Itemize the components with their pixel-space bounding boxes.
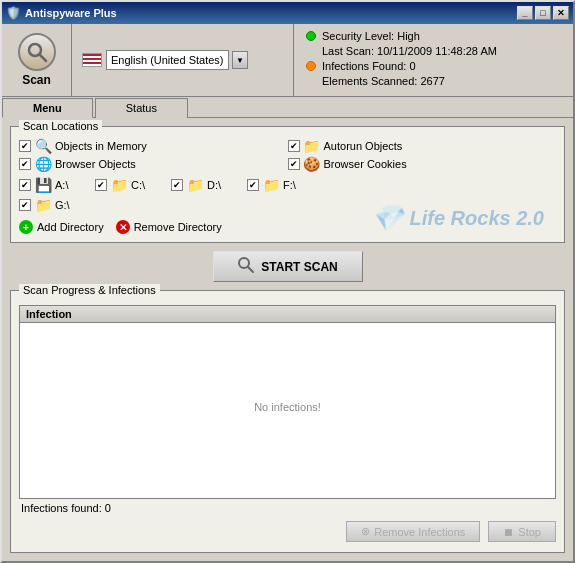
flag-icon bbox=[82, 53, 102, 67]
stop-button[interactable]: ⏹ Stop bbox=[488, 521, 556, 542]
elements-scanned-row: Elements Scanned: 2677 bbox=[306, 75, 561, 87]
remove-infections-label: Remove Infections bbox=[374, 526, 465, 538]
add-icon: + bbox=[19, 220, 33, 234]
remove-infections-icon: ⊗ bbox=[361, 525, 370, 538]
location-autorun: ✔ 📁 Autorun Objects bbox=[288, 137, 557, 155]
app-icon: 🛡️ bbox=[6, 6, 21, 20]
tab-menu[interactable]: Menu bbox=[2, 98, 93, 118]
tab-status[interactable]: Status bbox=[95, 98, 188, 118]
location-objects-memory: ✔ 🔍 Objects in Memory bbox=[19, 137, 288, 155]
start-scan-row: START SCAN bbox=[10, 251, 565, 282]
drives-col3: ✔ 📁 D:\ bbox=[171, 176, 231, 214]
cookies-icon: 🍪 bbox=[304, 156, 320, 172]
cb-drive-d[interactable]: ✔ bbox=[171, 179, 183, 191]
add-directory-button[interactable]: + Add Directory bbox=[19, 220, 104, 234]
select-arrow-icon: ▼ bbox=[232, 51, 248, 69]
infections-found-row: Infections Found: 0 bbox=[306, 60, 561, 72]
location-browser-cookies: ✔ 🍪 Browser Cookies bbox=[288, 155, 557, 173]
language-selector: English (United States) ▼ bbox=[82, 50, 283, 70]
drive-d-icon: 📁 bbox=[187, 177, 203, 193]
browser-icon: 🌐 bbox=[35, 156, 51, 172]
language-select[interactable]: English (United States) bbox=[106, 50, 229, 70]
last-scan-row: Last Scan: 10/11/2009 11:48:28 AM bbox=[306, 45, 561, 57]
elements-scanned-text: Elements Scanned: 2677 bbox=[322, 75, 445, 87]
scan-locations-col2: ✔ 📁 Autorun Objects ✔ 🍪 Browser Cookies bbox=[288, 137, 557, 173]
title-bar: 🛡️ Antispyware Plus _ □ ✕ bbox=[2, 2, 573, 24]
cb-autorun[interactable]: ✔ bbox=[288, 140, 300, 152]
security-level-dot bbox=[306, 31, 316, 41]
title-bar-buttons: _ □ ✕ bbox=[517, 6, 569, 20]
start-scan-button[interactable]: START SCAN bbox=[213, 251, 363, 282]
locations-grid: ✔ 🔍 Objects in Memory ✔ 🌐 Browser Object… bbox=[19, 137, 556, 173]
svg-line-3 bbox=[248, 267, 253, 272]
minimize-button[interactable]: _ bbox=[517, 6, 533, 20]
scan-locations-col1: ✔ 🔍 Objects in Memory ✔ 🌐 Browser Object… bbox=[19, 137, 288, 173]
infection-table-header: Infection bbox=[20, 306, 555, 323]
tab-bar: Menu Status bbox=[2, 97, 573, 118]
infection-table-body: No infections! bbox=[20, 323, 555, 491]
drives-section: ✔ 💾 A:\ ✔ 📁 G:\ ✔ 📁 C:\ bbox=[19, 176, 556, 214]
cb-drive-c[interactable]: ✔ bbox=[95, 179, 107, 191]
window-title: Antispyware Plus bbox=[25, 7, 117, 19]
location-browser-objects: ✔ 🌐 Browser Objects bbox=[19, 155, 288, 173]
drive-a-icon: 💾 bbox=[35, 177, 51, 193]
cb-cookies[interactable]: ✔ bbox=[288, 158, 300, 170]
main-content: Scan Locations ✔ 🔍 Objects in Memory ✔ 🌐… bbox=[2, 118, 573, 561]
memory-icon: 🔍 bbox=[35, 138, 51, 154]
status-panel: Security Level: High Last Scan: 10/11/20… bbox=[293, 24, 573, 96]
drives-col4: ✔ 📁 F:\ bbox=[247, 176, 307, 214]
svg-line-1 bbox=[40, 55, 46, 61]
main-window: 🛡️ Antispyware Plus _ □ ✕ Scan bbox=[0, 0, 575, 563]
drive-f: ✔ 📁 F:\ bbox=[247, 176, 307, 194]
remove-infections-button[interactable]: ⊗ Remove Infections bbox=[346, 521, 480, 542]
objects-memory-label: Objects in Memory bbox=[55, 140, 147, 152]
drive-d: ✔ 📁 D:\ bbox=[171, 176, 231, 194]
last-scan-text: Last Scan: 10/11/2009 11:48:28 AM bbox=[322, 45, 497, 57]
cb-browser-objects[interactable]: ✔ bbox=[19, 158, 31, 170]
scan-label: Scan bbox=[22, 73, 51, 87]
infection-table: Infection No infections! bbox=[19, 305, 556, 499]
autorun-label: Autorun Objects bbox=[324, 140, 403, 152]
drive-a: ✔ 💾 A:\ bbox=[19, 176, 79, 194]
drive-c-icon: 📁 bbox=[111, 177, 127, 193]
close-button[interactable]: ✕ bbox=[553, 6, 569, 20]
drive-c: ✔ 📁 C:\ bbox=[95, 176, 155, 194]
toolbar: Scan English (United States) ▼ Security … bbox=[2, 24, 573, 97]
scan-progress-group: Scan Progress & Infections Infection No … bbox=[10, 290, 565, 553]
toolbar-middle: English (United States) ▼ bbox=[72, 24, 293, 96]
scan-button[interactable]: Scan bbox=[2, 24, 72, 96]
autorun-icon: 📁 bbox=[304, 138, 320, 154]
scan-progress-label: Scan Progress & Infections bbox=[19, 284, 160, 296]
add-remove-row: + Add Directory ✕ Remove Directory bbox=[19, 220, 556, 234]
security-level-row: Security Level: High bbox=[306, 30, 561, 42]
scan-locations-label: Scan Locations bbox=[19, 120, 102, 132]
security-level-text: Security Level: High bbox=[322, 30, 420, 42]
browser-objects-label: Browser Objects bbox=[55, 158, 136, 170]
drive-g: ✔ 📁 G:\ bbox=[19, 196, 79, 214]
scan-icon bbox=[18, 33, 56, 71]
drive-f-icon: 📁 bbox=[263, 177, 279, 193]
infections-dot bbox=[306, 61, 316, 71]
cb-objects-memory[interactable]: ✔ bbox=[19, 140, 31, 152]
infections-found-count-row: Infections found: 0 bbox=[19, 499, 556, 517]
cb-drive-g[interactable]: ✔ bbox=[19, 199, 31, 211]
browser-cookies-label: Browser Cookies bbox=[324, 158, 407, 170]
remove-directory-button[interactable]: ✕ Remove Directory bbox=[116, 220, 222, 234]
bottom-buttons: ⊗ Remove Infections ⏹ Stop bbox=[19, 517, 556, 544]
infections-found-count: Infections found: 0 bbox=[21, 502, 111, 514]
no-infections-text: No infections! bbox=[254, 401, 321, 413]
start-scan-icon bbox=[237, 256, 255, 277]
drive-g-icon: 📁 bbox=[35, 197, 51, 213]
maximize-button[interactable]: □ bbox=[535, 6, 551, 20]
drives-col2: ✔ 📁 C:\ bbox=[95, 176, 155, 214]
drives-col1: ✔ 💾 A:\ ✔ 📁 G:\ bbox=[19, 176, 79, 214]
infections-found-text: Infections Found: 0 bbox=[322, 60, 416, 72]
scan-locations-group: Scan Locations ✔ 🔍 Objects in Memory ✔ 🌐… bbox=[10, 126, 565, 243]
stop-icon: ⏹ bbox=[503, 526, 514, 538]
start-scan-label: START SCAN bbox=[261, 260, 337, 274]
remove-icon: ✕ bbox=[116, 220, 130, 234]
cb-drive-a[interactable]: ✔ bbox=[19, 179, 31, 191]
stop-label: Stop bbox=[518, 526, 541, 538]
cb-drive-f[interactable]: ✔ bbox=[247, 179, 259, 191]
